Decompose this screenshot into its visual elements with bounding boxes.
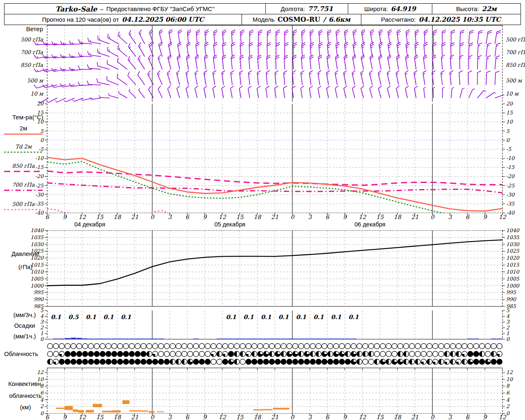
cloudiness-panel: Облачность [4,350,38,357]
precip-bar [222,339,228,340]
wind-level-label-left: 700 гПа [21,49,43,55]
svg-text:1035: 1035 [30,234,44,240]
precip-bar [94,339,99,340]
svg-text:5: 5 [40,307,44,313]
svg-text:-30: -30 [35,192,44,198]
convective-cloud-segment [65,406,73,410]
svg-text:-25: -25 [35,183,44,189]
svg-text:21: 21 [131,414,139,420]
svg-text:21: 21 [131,214,139,220]
svg-text:1020: 1020 [506,255,520,261]
wind-barb-row [38,86,504,103]
precip-bar [333,339,339,340]
svg-text:12: 12 [506,369,513,375]
svg-text:6: 6 [466,214,470,220]
wind-level-label-right: 700 гПа [506,49,525,55]
svg-text:12: 12 [359,214,367,220]
svg-text:1040: 1040 [30,227,44,233]
svg-text:1030: 1030 [30,241,44,247]
svg-text:2: 2 [506,324,510,331]
temperature-x-axis-labels: 6912151821036912151821036912151821036912… [46,214,507,228]
precip-bar [135,339,140,340]
precip-bar [269,339,274,340]
precip-bar [146,339,152,340]
precip-bar [345,339,350,340]
svg-text:2: 2 [40,403,44,409]
convective-cloud-segment [102,411,112,412]
convective-cloud-segment [263,409,273,410]
convective-cloud-segment [273,408,290,409]
svg-text:-40: -40 [506,210,515,216]
svg-text:12: 12 [78,214,86,220]
cloudiness-row [48,351,502,356]
precip-bar [339,339,345,340]
svg-text:0: 0 [40,137,44,143]
svg-text:1000: 1000 [30,283,44,289]
convective-labels: Конвективн.облачность(км) [8,380,43,411]
date-label: 04 декабря [74,221,105,228]
svg-text:18: 18 [253,214,261,220]
temperature-panel: 2020151510105500-5-5-10-10-15-15-20-20-2… [35,100,515,216]
cloudiness-section-title: Облачность [4,350,38,357]
wind-level-label-left: 500 гПа [21,37,43,43]
svg-text:5: 5 [506,128,510,134]
wind-section-title: Ветер [26,25,43,32]
svg-text:8: 8 [506,383,510,389]
convective-cloud-segment [253,409,263,411]
wind-barb-row [34,30,501,45]
svg-text:-10: -10 [35,155,44,161]
svg-text:6: 6 [326,214,330,220]
precip-bar [88,339,94,340]
svg-text:995: 995 [34,289,44,295]
pressure-panel: 1040104010351035103010301025102510201020… [30,227,520,309]
date-label: 06 декабря [354,221,385,228]
svg-text:15: 15 [236,414,244,420]
precip-bar [351,339,356,340]
precip-3h-amount: 0.1 [348,313,358,320]
precip-bar [252,339,257,340]
precip-bar [141,339,146,340]
svg-text:1: 1 [506,330,509,336]
svg-text:1005: 1005 [30,276,44,282]
svg-text:0: 0 [151,414,155,420]
svg-text:3: 3 [448,214,452,220]
wind-level-label-right: 10 м [506,91,519,97]
svg-text:-40: -40 [35,210,44,216]
meteogram-plot: Ветер500 гПа500 гПа700 гПа700 гПа850 гПа… [0,0,525,420]
precip-3h-amount: 0.5 [68,313,79,320]
svg-text:5: 5 [40,128,44,134]
svg-text:3: 3 [308,214,312,220]
svg-text:-25: -25 [506,183,515,189]
precip-3h-amount: 0.1 [278,313,289,320]
svg-text:990: 990 [34,296,44,302]
wind-level-label-left: 850 гПа [21,62,43,68]
convective-cloud-segment [149,411,155,413]
convective-cloud-segment [130,410,141,411]
svg-text:-15: -15 [35,164,44,170]
svg-text:10: 10 [506,376,513,382]
precip-3h-amount: 0.1 [296,313,306,320]
svg-text:3: 3 [308,414,312,420]
precip-bar [491,339,496,340]
precip-3h-amount: 0.1 [243,313,253,320]
svg-text:18: 18 [114,414,121,420]
temperature-section-title: Тем-ра(°C) [12,114,43,121]
svg-text:15: 15 [236,214,244,220]
svg-text:20: 20 [37,100,44,107]
svg-text:6: 6 [466,414,470,420]
precip-bar [123,339,129,340]
meteogram-page: Tarko-Sale – Предоставлено ФГБУ "ЗапСиб … [0,0,525,420]
precip-bar [82,338,88,339]
svg-text:6: 6 [506,390,510,396]
svg-text:3: 3 [168,414,172,420]
svg-text:облачность: облачность [9,392,42,399]
svg-text:6: 6 [185,414,189,420]
precip-bar [263,339,269,340]
convective-cloud-segment [157,411,164,412]
svg-text:18: 18 [114,214,121,220]
svg-text:1005: 1005 [506,276,520,282]
precip-bar [228,339,234,340]
wind-level-label-left: 10 м [30,91,44,97]
svg-text:-30: -30 [506,192,515,198]
precip-bar [275,339,281,340]
